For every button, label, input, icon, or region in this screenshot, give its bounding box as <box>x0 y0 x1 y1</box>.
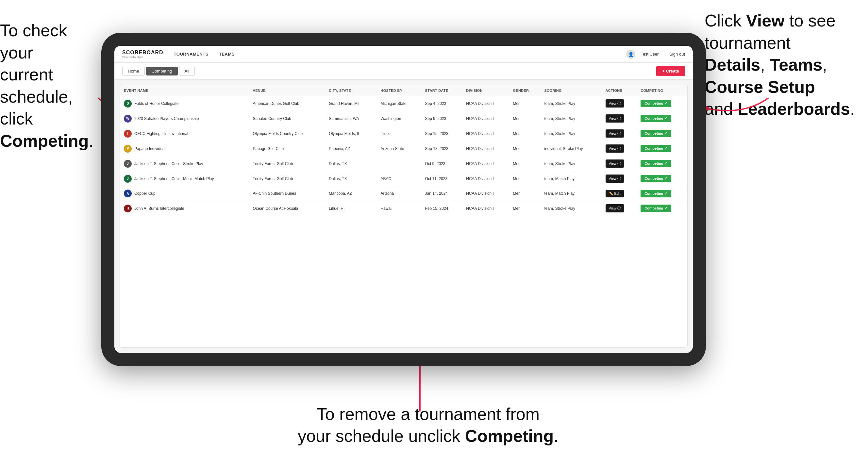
actions-cell: ✏️ Edit <box>602 186 637 201</box>
team-logo: S <box>124 100 132 107</box>
tablet-screen: SCOREBOARD Powered by clippi TOURNAMENTS… <box>114 46 693 353</box>
annotation-bottom: To remove a tournament from your schedul… <box>281 403 575 447</box>
cell-city-state: Lihue, HI <box>325 201 376 216</box>
event-name-cell: IOFCC Fighting Illini Invitational <box>120 126 249 141</box>
competing-button[interactable]: Competing ✓ <box>641 190 671 197</box>
table-header-row: EVENT NAME VENUE CITY, STATE HOSTED BY S… <box>120 85 687 96</box>
annotation-tr-bold5: Leaderboards <box>738 99 850 118</box>
cell-start-date: Sep 18, 2023 <box>421 141 462 156</box>
cell-hosted-by: Arizona State <box>376 141 421 156</box>
table-row: IOFCC Fighting Illini InvitationalOlympi… <box>120 126 687 141</box>
cell-gender: Men <box>509 96 540 111</box>
cell-venue: American Dunes Golf Club <box>249 96 325 111</box>
competing-button[interactable]: Competing ✓ <box>641 115 671 122</box>
cell-division: NCAA Division I <box>462 186 509 201</box>
view-button[interactable]: View ⓘ <box>606 145 624 153</box>
filter-tab-competing[interactable]: Competing <box>146 67 178 75</box>
annotation-tr-period: . <box>850 99 855 118</box>
view-button[interactable]: View ⓘ <box>606 175 624 183</box>
annotation-tr-bold4: Course Setup <box>705 77 815 96</box>
col-gender: GENDER <box>509 85 540 96</box>
col-scoring: SCORING <box>540 85 601 96</box>
cell-start-date: Sep 15, 2023 <box>421 126 462 141</box>
cell-venue: Papago Golf Club <box>249 141 325 156</box>
cell-division: NCAA Division I <box>462 96 509 111</box>
annotation-line3: click <box>0 109 33 128</box>
competing-button[interactable]: Competing ✓ <box>641 160 671 167</box>
sign-out-link[interactable]: Sign out <box>669 52 685 57</box>
cell-division: NCAA Division I <box>462 201 509 216</box>
view-button[interactable]: View ⓘ <box>606 114 624 123</box>
cell-venue: Trinity Forest Golf Club <box>249 156 325 171</box>
cell-scoring: team, Stroke Play <box>540 111 601 126</box>
col-start-date: START DATE <box>421 85 462 96</box>
table-row: W2023 Sahalee Players ChampionshipSahale… <box>120 111 687 126</box>
event-name: Papago Individual <box>134 147 165 151</box>
filter-tab-all[interactable]: All <box>179 67 195 75</box>
view-button[interactable]: View ⓘ <box>606 159 624 168</box>
navbar: SCOREBOARD Powered by clippi TOURNAMENTS… <box>114 46 693 63</box>
team-logo: A <box>124 190 132 197</box>
cell-gender: Men <box>509 171 540 186</box>
filter-tab-home[interactable]: Home <box>122 67 145 75</box>
cell-city-state: Sammamish, WA <box>325 111 376 126</box>
annotation-top-left: To check your current schedule, click Co… <box>0 20 104 152</box>
cell-hosted-by: Michigan State <box>376 96 421 111</box>
col-hosted-by: HOSTED BY <box>376 85 421 96</box>
annotation-tr-bold1: View <box>746 11 785 30</box>
cell-gender: Men <box>509 111 540 126</box>
powered-by: Powered by clippi <box>122 56 163 59</box>
competing-cell: Competing ✓ <box>637 141 687 156</box>
edit-button[interactable]: ✏️ Edit <box>606 190 624 197</box>
brand-name: SCOREBOARD <box>122 50 163 56</box>
annotation-tr-comma: , <box>761 55 770 74</box>
competing-button[interactable]: Competing ✓ <box>641 145 671 152</box>
nav-item-tournaments[interactable]: TOURNAMENTS <box>174 52 209 57</box>
cell-venue: Ocean Course At Hokuala <box>249 201 325 216</box>
view-button[interactable]: View ⓘ <box>606 99 624 107</box>
actions-cell: View ⓘ <box>602 96 637 111</box>
annotation-tr-bold2: Details <box>705 55 761 74</box>
event-name: Jackson T. Stephens Cup – Stroke Play <box>134 161 203 166</box>
actions-cell: View ⓘ <box>602 141 637 156</box>
table-row: ACopper CupAk-Chin Southern DunesMaricop… <box>120 186 687 201</box>
col-city-state: CITY, STATE <box>325 85 376 96</box>
annotation-line2: current schedule, <box>0 65 73 106</box>
col-competing: COMPETING <box>637 85 687 96</box>
actions-cell: View ⓘ <box>602 171 637 186</box>
nav-items: TOURNAMENTS TEAMS <box>174 52 626 57</box>
competing-button[interactable]: Competing ✓ <box>641 100 671 107</box>
competing-cell: Competing ✓ <box>637 126 687 141</box>
table-row: JJackson T. Stephens Cup – Men's Match P… <box>120 171 687 186</box>
cell-hosted-by: Washington <box>376 111 421 126</box>
table-row: JJackson T. Stephens Cup – Stroke PlayTr… <box>120 156 687 171</box>
cell-start-date: Jan 14, 2024 <box>421 186 462 201</box>
view-button[interactable]: View ⓘ <box>606 129 624 137</box>
table-body: SFolds of Honor CollegiateAmerican Dunes… <box>120 96 687 216</box>
team-logo: W <box>124 115 132 123</box>
annotation-bold: Competing <box>0 131 89 150</box>
cell-gender: Men <box>509 201 540 216</box>
team-logo: J <box>124 160 132 168</box>
cell-city-state: Olympia Fields, IL <box>325 126 376 141</box>
cell-gender: Men <box>509 126 540 141</box>
nav-separator <box>664 51 664 58</box>
cell-hosted-by: Hawaii <box>376 201 421 216</box>
cell-venue: Olympia Fields Country Club <box>249 126 325 141</box>
competing-button[interactable]: Competing ✓ <box>641 205 671 212</box>
nav-item-teams[interactable]: TEAMS <box>219 52 235 57</box>
cell-city-state: Phoenix, AZ <box>325 141 376 156</box>
view-button[interactable]: View ⓘ <box>606 204 624 212</box>
competing-button[interactable]: Competing ✓ <box>641 175 671 182</box>
event-name-cell: JJackson T. Stephens Cup – Stroke Play <box>120 156 249 171</box>
table-row: PPapago IndividualPapago Golf ClubPhoeni… <box>120 141 687 156</box>
annotation-b-period: . <box>554 427 558 445</box>
create-button[interactable]: + Create <box>656 66 685 76</box>
annotation-tr-2: to see <box>785 11 836 30</box>
actions-cell: View ⓘ <box>602 126 637 141</box>
table-row: SFolds of Honor CollegiateAmerican Dunes… <box>120 96 687 111</box>
competing-cell: Competing ✓ <box>637 111 687 126</box>
competing-cell: Competing ✓ <box>637 201 687 216</box>
competing-button[interactable]: Competing ✓ <box>641 130 671 137</box>
cell-division: NCAA Division I <box>462 156 509 171</box>
